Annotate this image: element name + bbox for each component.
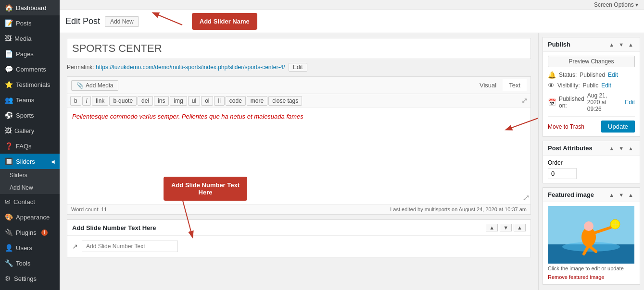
sidebar-item-comments[interactable]: 💬 Comments (0, 61, 60, 77)
sidebar-item-teams[interactable]: 👥 Teams (0, 92, 60, 108)
sidebar-item-users[interactable]: 👤 Users (0, 240, 60, 255)
post-attributes-controls: ▲ ▼ ▲ (607, 145, 635, 152)
add-new-button[interactable]: Add New (105, 16, 139, 27)
editor-resize-handle[interactable]: ⤢ (522, 193, 529, 202)
featured-image-box: Featured image ▲ ▼ ▲ (543, 187, 640, 285)
sidebar-item-plugins[interactable]: 🔌 Plugins 1 (0, 225, 60, 240)
slide-number-input[interactable] (82, 241, 178, 252)
publish-ctrl-down[interactable]: ▼ (617, 41, 625, 48)
editor-box: 📎 Add Media Visual Text b i link b-quote… (67, 76, 531, 215)
sidebar-item-testimonials[interactable]: ⭐ Testimonials (0, 77, 60, 92)
btn-del[interactable]: del (138, 96, 153, 106)
btn-img[interactable]: img (170, 96, 187, 106)
sidebar-collapse-arrow: ◀ (51, 159, 55, 164)
published-edit-link[interactable]: Edit (625, 99, 635, 106)
screen-options-button[interactable]: Screen Options ▾ (594, 1, 638, 8)
users-icon: 👤 (5, 244, 13, 252)
publish-box-header[interactable]: Publish ▲ ▼ ▲ (543, 37, 640, 52)
attr-ctrl-expand[interactable]: ▲ (627, 145, 635, 152)
sidebar-item-dashboard[interactable]: 🏠 Dashboard (0, 0, 60, 15)
sidebar-item-settings[interactable]: ⚙ Settings (0, 271, 60, 286)
btn-b[interactable]: b (70, 96, 81, 106)
featured-image-title: Featured image (548, 191, 594, 198)
sidebar-item-media[interactable]: 🖼 Media (0, 31, 60, 46)
slide-ctrl-expand[interactable]: ▲ (514, 224, 526, 231)
sidebar-item-pages[interactable]: 📄 Pages (0, 46, 60, 61)
btn-li[interactable]: li (214, 96, 224, 106)
published-row: 📅 Published on: Aug 21, 2020 at 09:26 Ed… (548, 92, 635, 112)
remove-featured-image-link[interactable]: Remove featured image (548, 274, 604, 280)
sidebar-item-posts[interactable]: 📝 Posts (0, 15, 60, 31)
feat-ctrl-expand[interactable]: ▲ (627, 192, 635, 198)
btn-ins[interactable]: ins (154, 96, 169, 106)
screen-options-bar: Screen Options ▾ (60, 0, 644, 10)
sidebar-item-gallery[interactable]: 🖼 Gallery (0, 123, 60, 138)
testimonials-icon: ⭐ (5, 81, 13, 88)
publish-ctrl-up[interactable]: ▲ (607, 41, 616, 48)
sidebar-item-contact[interactable]: ✉ Contact (0, 194, 60, 209)
permalink-row: Permalink: https://luzukdemo.com/demo/mu… (67, 63, 531, 72)
sidebar-item-label: Plugins (16, 229, 37, 236)
sidebar-item-faqs[interactable]: ❓ FAQs (0, 138, 60, 154)
btn-i[interactable]: i (82, 96, 91, 106)
order-input[interactable] (548, 168, 577, 179)
sidebar-item-label: Media (14, 35, 31, 42)
editor-content[interactable]: Pellentesque commodo varius semper. Pell… (67, 108, 530, 204)
btn-ul[interactable]: ul (188, 96, 200, 106)
update-button[interactable]: Update (601, 121, 635, 133)
slide-ctrl-up[interactable]: ▲ (486, 224, 498, 231)
left-panel: Permalink: https://luzukdemo.com/demo/mu… (60, 33, 538, 290)
permalink-link[interactable]: https://luzukdemo.com/demo/multi-sports/… (96, 64, 285, 71)
editor-expand-icon[interactable]: ⤢ (521, 96, 528, 106)
featured-image-svg[interactable] (548, 206, 634, 264)
slide-ctrl-down[interactable]: ▼ (500, 224, 512, 231)
sidebar-item-plugin-cart-bar[interactable]: 🛒 Plugin Cart Bar (0, 286, 60, 290)
submenu-sliders-label: Sliders (10, 172, 27, 179)
add-media-button[interactable]: 📎 Add Media (71, 80, 118, 91)
btn-ol[interactable]: ol (201, 96, 213, 106)
arrow-slide-number (178, 201, 207, 239)
permalink-label: Permalink: (67, 64, 94, 71)
preview-changes-button[interactable]: Preview Changes (548, 56, 635, 67)
sidebar-item-sliders[interactable]: 🔲 Sliders ◀ (0, 154, 60, 169)
tab-visual[interactable]: Visual (473, 79, 503, 91)
tab-text[interactable]: Text (503, 79, 527, 91)
slide-number-controls: ▲ ▼ ▲ (486, 224, 526, 231)
arrow-slider-content (502, 106, 538, 134)
feat-ctrl-up[interactable]: ▲ (607, 192, 616, 198)
featured-image-header[interactable]: Featured image ▲ ▼ ▲ (543, 188, 640, 202)
publish-ctrl-expand[interactable]: ▲ (627, 41, 635, 48)
move-to-trash-button[interactable]: Move to Trash (548, 123, 584, 130)
word-count-value: 11 (101, 206, 107, 212)
plugins-badge: 1 (41, 230, 48, 236)
sidebar-submenu-item-sliders[interactable]: Sliders (0, 169, 60, 181)
media-icon: 🖼 (5, 35, 12, 42)
slide-expand-icon[interactable]: ↗ (72, 242, 78, 250)
permalink-edit-button[interactable]: Edit (289, 63, 307, 72)
btn-close-tags[interactable]: close tags (268, 96, 302, 106)
attr-ctrl-up[interactable]: ▲ (607, 145, 616, 152)
feat-ctrl-down[interactable]: ▼ (617, 192, 625, 198)
visibility-row: 👁 Visibility: Public Edit (548, 82, 635, 89)
status-edit-link[interactable]: Edit (608, 72, 618, 78)
gallery-icon: 🖼 (5, 127, 12, 134)
appearance-icon: 🎨 (5, 213, 13, 221)
btn-code[interactable]: code (226, 96, 246, 106)
visibility-edit-link[interactable]: Edit (601, 82, 611, 89)
post-attributes-header[interactable]: Post Attributes ▲ ▼ ▲ (543, 141, 640, 156)
sidebar-item-label: Sliders (16, 158, 35, 165)
editor-tabs: Visual Text (473, 79, 527, 91)
featured-image-body: Click the image to edit or update Remove… (543, 202, 640, 284)
sidebar-item-sports[interactable]: ⚽ Sports (0, 108, 60, 123)
attr-ctrl-down[interactable]: ▼ (617, 145, 625, 152)
sidebar-item-tools[interactable]: 🔧 Tools (0, 255, 60, 271)
publish-actions: Move to Trash Update (548, 116, 635, 133)
post-title-input[interactable] (67, 38, 531, 59)
main-area: Screen Options ▾ Edit Post Add New Add S… (60, 0, 644, 290)
add-media-icon: 📎 (76, 82, 84, 89)
btn-b-quote[interactable]: b-quote (109, 96, 137, 106)
sidebar-item-appearance[interactable]: 🎨 Appearance (0, 209, 60, 225)
btn-more[interactable]: more (247, 96, 267, 106)
btn-link[interactable]: link (92, 96, 108, 106)
sidebar-submenu-item-add-new[interactable]: Add New (0, 181, 60, 194)
